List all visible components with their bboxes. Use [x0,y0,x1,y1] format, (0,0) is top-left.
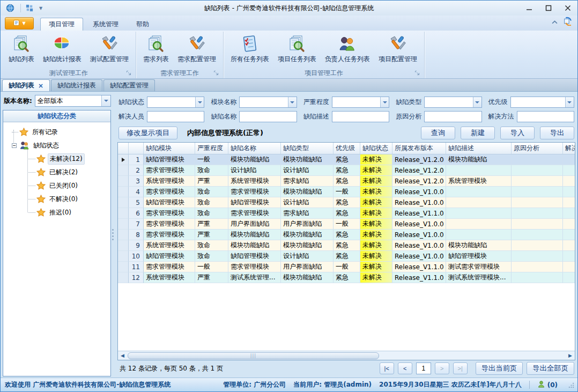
version-combo-dropdown[interactable] [101,95,110,106]
filter-模块名称-input[interactable] [239,97,297,108]
column-header-缺陷名称[interactable]: 缺陷名称 [228,143,281,154]
缺陷描述-field[interactable] [332,112,389,122]
filter-缺陷描述-input[interactable] [332,111,389,122]
column-header-所属发布版本[interactable]: 所属发布版本 [392,143,446,154]
table-row[interactable]: 5缺陷管理模块致命缺陷管理模块设计缺陷紧急未解决Release_V1.0.0 [118,197,575,208]
ribbon-button-缺陷统计报表[interactable]: 缺陷统计报表 [39,32,85,65]
table-row[interactable]: 10缺陷管理模块致命缺陷管理模块设计缺陷紧急未解决Release_V1.0.0缺… [118,251,575,262]
combo-dropdown-button[interactable] [565,97,574,107]
scroll-right-icon[interactable]: ▶ [566,351,575,360]
doc-tab-缺陷列表[interactable]: 缺陷列表× [2,79,50,91]
tree-item-所有记录[interactable]: 所有记录 [4,125,109,139]
dialog-launcher-icon[interactable] [414,70,420,76]
combo-dropdown-button[interactable] [288,97,297,107]
tree-item-已关闭(0)[interactable]: 已关闭(0) [4,179,109,193]
tree-item-未解决(12)[interactable]: 未解决(12) [4,152,109,166]
filter-解决方法-input[interactable] [517,111,574,122]
import-button[interactable]: 导入 [500,127,535,139]
export-current-page-button[interactable]: 导出当前页 [476,362,523,375]
tree-item-推迟(0)[interactable]: 推迟(0) [4,206,109,219]
column-header-缺陷描述[interactable]: 缺陷描述 [446,143,512,154]
filter-缺陷名称-input[interactable] [239,111,297,122]
ribbon-tab-项目管理[interactable]: 项目管理 [40,18,83,31]
filter-严重程度-input[interactable] [332,97,389,108]
模块名称-field[interactable] [240,97,287,107]
缺陷状态-field[interactable] [147,97,195,107]
next-page-button[interactable]: > [435,363,449,374]
table-row[interactable]: 7需求管理模块严重用户界面缺陷用户界面缺陷一般未解决Release_V1.0.0 [118,219,575,230]
resize-grip-icon[interactable] [568,382,574,390]
ribbon-button-需求配置管理[interactable]: 需求配置管理 [174,32,220,65]
filter-缺陷类型-input[interactable] [424,97,481,108]
ribbon-button-需求列表[interactable]: 需求列表 [139,32,173,65]
maximize-button[interactable] [539,1,558,15]
scroll-left-icon[interactable]: ◀ [118,351,127,360]
version-combo[interactable]: 全部版本 [35,95,111,107]
export-button[interactable]: 导出 [540,127,574,139]
table-row[interactable]: 6需求管理模块致命需求管理模块需求缺陷紧急未解决Release_V1.1.0 [118,208,575,219]
first-page-button[interactable]: |< [380,363,394,374]
table-row[interactable]: 9系统管理模块致命模块功能缺陷模块功能缺陷紧急未解决Release_V1.0.0… [118,240,575,251]
combo-dropdown-button[interactable] [380,97,389,107]
缺陷类型-field[interactable] [425,97,472,107]
table-row[interactable]: 1缺陷管理模块一般模块功能缺陷模块功能缺陷紧急未解决Release_V1.2.0… [118,154,575,165]
tree-item-缺陷状态[interactable]: 缺陷状态 [4,139,109,152]
table-row[interactable]: 12系统管理模块严重测试系统管理...模块功能缺陷紧急未解决Release_V1… [118,272,575,283]
ribbon-button-负责人任务列表[interactable]: 负责人任务列表 [321,32,374,65]
column-header-缺陷状态[interactable]: 缺陷状态 [360,143,392,154]
search-button[interactable]: 查询 [421,127,455,139]
doc-tab-缺陷统计报表[interactable]: 缺陷统计报表 [51,79,102,91]
dialog-launcher-icon[interactable] [213,70,219,76]
help-sync-icon[interactable] [563,17,572,27]
new-button[interactable]: 新建 [461,127,495,139]
table-row[interactable]: 11需求管理模块一般需求管理模块用户界面缺陷一般未解决Release_V1.1.… [118,262,575,272]
collapse-expander-icon[interactable] [12,143,17,148]
table-row[interactable]: 4需求管理模块致命需求管理模块模块功能缺陷一般未解决Release_V1.0.0 [118,187,575,197]
page-number-input[interactable] [416,363,431,374]
application-menu-button[interactable]: ▼ [5,17,34,29]
解决人员-field[interactable] [147,112,204,122]
filter-缺陷状态-input[interactable] [147,97,204,108]
ribbon-button-缺陷列表[interactable]: 缺陷列表 [5,32,38,65]
message-counter[interactable]: (0) [537,380,558,390]
export-all-pages-button[interactable]: 导出全部页 [527,362,574,375]
ribbon-button-项目任务列表[interactable]: 项目任务列表 [274,32,320,65]
column-header-优先级[interactable]: 优先级 [334,143,360,154]
doc-tab-缺陷配置管理[interactable]: 缺陷配置管理 [103,79,155,91]
严重程度-field[interactable] [332,97,380,107]
优先级-field[interactable] [511,97,565,107]
tree-item-已解决(2)[interactable]: 已解决(2) [4,166,109,179]
filter-优先级-input[interactable] [510,97,574,108]
scrollbar-thumb[interactable]: ||| [128,352,379,359]
ribbon-button-测试配置管理[interactable]: 测试配置管理 [86,32,132,65]
column-header-原因分析[interactable]: 原因分析 [512,143,563,154]
column-header-严重程度[interactable]: 严重程度 [195,143,228,154]
horizontal-scrollbar[interactable]: ◀ ||| ▶ [118,351,575,360]
ribbon-button-项目配置管理[interactable]: 项目配置管理 [375,32,421,65]
collapse-ribbon-icon[interactable] [552,18,558,26]
缺陷名称-field[interactable] [240,112,296,122]
column-header-解决方法[interactable]: 解决方法 [563,143,575,154]
last-page-button[interactable]: >| [453,363,468,374]
close-button[interactable] [558,1,577,15]
combo-dropdown-button[interactable] [195,97,204,107]
解决方法-field[interactable] [517,112,574,122]
ribbon-tab-帮助[interactable]: 帮助 [128,18,157,31]
quick-access-grid-icon[interactable] [26,4,33,12]
close-tab-icon[interactable]: × [38,83,43,89]
filter-解决人员-input[interactable] [147,111,204,122]
modify-columns-button[interactable]: 修改显示项目 [118,127,177,139]
ribbon-tab-系统管理[interactable]: 系统管理 [85,18,127,31]
原因分析-field[interactable] [425,112,481,122]
prev-page-button[interactable]: < [398,363,412,374]
column-header-缺陷类型[interactable]: 缺陷类型 [281,143,334,154]
column-header-缺陷模块[interactable]: 缺陷模块 [144,143,195,154]
minimize-button[interactable] [520,1,539,15]
quick-access-dropdown-arrow[interactable]: ▼ [39,6,42,11]
table-row[interactable]: 3系统管理模块严重系统管理模块需求缺陷紧急未解决Release_V1.2.0系统… [118,176,575,187]
dialog-launcher-icon[interactable] [126,70,132,76]
ribbon-button-所有任务列表[interactable]: 所有任务列表 [227,32,273,65]
filter-原因分析-input[interactable] [424,111,481,122]
table-row[interactable]: 2需求管理模块致命设计缺陷设计缺陷紧急未解决Release_V1.2.0 [118,165,575,176]
combo-dropdown-button[interactable] [473,97,481,107]
